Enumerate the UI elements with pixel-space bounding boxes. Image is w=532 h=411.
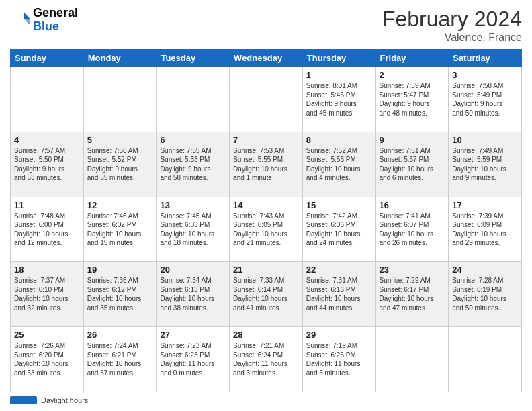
daylight-bar-icon xyxy=(10,396,37,404)
day-number: 4 xyxy=(14,135,80,145)
day-info: Sunrise: 7:49 AM Sunset: 5:59 PM Dayligh… xyxy=(452,146,518,183)
calendar-cell: 18Sunrise: 7:37 AM Sunset: 6:10 PM Dayli… xyxy=(11,262,84,327)
calendar-cell: 13Sunrise: 7:45 AM Sunset: 6:03 PM Dayli… xyxy=(157,197,230,262)
day-number: 21 xyxy=(233,265,299,275)
day-info: Sunrise: 7:57 AM Sunset: 5:50 PM Dayligh… xyxy=(14,146,80,183)
day-number: 20 xyxy=(160,265,226,275)
day-info: Sunrise: 7:43 AM Sunset: 6:05 PM Dayligh… xyxy=(233,212,299,248)
day-number: 10 xyxy=(452,135,518,145)
day-info: Sunrise: 7:48 AM Sunset: 6:00 PM Dayligh… xyxy=(14,212,80,248)
calendar-cell xyxy=(230,67,303,132)
calendar-cell: 6Sunrise: 7:55 AM Sunset: 5:53 PM Daylig… xyxy=(157,132,230,197)
day-number: 8 xyxy=(306,135,372,145)
day-number: 2 xyxy=(380,70,445,80)
day-info: Sunrise: 7:39 AM Sunset: 6:09 PM Dayligh… xyxy=(452,212,518,248)
calendar-cell: 2Sunrise: 7:59 AM Sunset: 5:47 PM Daylig… xyxy=(375,67,449,132)
day-info: Sunrise: 7:28 AM Sunset: 6:19 PM Dayligh… xyxy=(452,276,518,312)
day-number: 19 xyxy=(87,265,153,275)
day-number: 29 xyxy=(306,330,372,340)
calendar-cell: 29Sunrise: 7:19 AM Sunset: 6:26 PM Dayli… xyxy=(302,327,375,392)
calendar-cell xyxy=(83,67,157,132)
day-info: Sunrise: 7:19 AM Sunset: 6:26 PM Dayligh… xyxy=(306,341,372,377)
calendar-cell: 25Sunrise: 7:26 AM Sunset: 6:20 PM Dayli… xyxy=(11,327,84,392)
day-info: Sunrise: 7:56 AM Sunset: 5:52 PM Dayligh… xyxy=(87,146,153,183)
daylight-label: Daylight hours xyxy=(41,396,88,404)
day-number: 12 xyxy=(87,200,153,210)
day-info: Sunrise: 7:23 AM Sunset: 6:23 PM Dayligh… xyxy=(160,341,226,377)
day-info: Sunrise: 7:46 AM Sunset: 6:02 PM Dayligh… xyxy=(87,212,153,248)
dow-header: Wednesday xyxy=(230,50,303,67)
footer: Daylight hours xyxy=(10,396,522,404)
location: Valence, France xyxy=(382,32,522,44)
day-info: Sunrise: 7:45 AM Sunset: 6:03 PM Dayligh… xyxy=(160,212,226,248)
day-number: 17 xyxy=(452,200,518,210)
day-info: Sunrise: 7:31 AM Sunset: 6:16 PM Dayligh… xyxy=(306,276,372,312)
calendar-cell: 12Sunrise: 7:46 AM Sunset: 6:02 PM Dayli… xyxy=(83,197,157,262)
day-info: Sunrise: 7:52 AM Sunset: 5:56 PM Dayligh… xyxy=(306,146,372,183)
calendar-cell xyxy=(375,327,449,392)
day-number: 6 xyxy=(160,135,226,145)
calendar-cell: 1Sunrise: 8:01 AM Sunset: 5:46 PM Daylig… xyxy=(302,67,375,132)
day-number: 11 xyxy=(14,200,80,210)
calendar-cell: 3Sunrise: 7:58 AM Sunset: 5:49 PM Daylig… xyxy=(449,67,522,132)
calendar-cell: 19Sunrise: 7:36 AM Sunset: 6:12 PM Dayli… xyxy=(83,262,157,327)
day-number: 5 xyxy=(87,135,153,145)
day-info: Sunrise: 7:58 AM Sunset: 5:49 PM Dayligh… xyxy=(452,81,518,118)
day-info: Sunrise: 7:37 AM Sunset: 6:10 PM Dayligh… xyxy=(14,276,80,312)
day-info: Sunrise: 7:26 AM Sunset: 6:20 PM Dayligh… xyxy=(14,341,80,377)
dow-header: Sunday xyxy=(11,50,84,67)
logo: General Blue xyxy=(10,7,78,34)
logo-icon xyxy=(10,10,30,30)
day-number: 18 xyxy=(14,265,80,275)
day-info: Sunrise: 7:51 AM Sunset: 5:57 PM Dayligh… xyxy=(380,146,445,183)
day-info: Sunrise: 7:41 AM Sunset: 6:07 PM Dayligh… xyxy=(380,212,445,248)
calendar-cell: 11Sunrise: 7:48 AM Sunset: 6:00 PM Dayli… xyxy=(11,197,84,262)
calendar-cell: 5Sunrise: 7:56 AM Sunset: 5:52 PM Daylig… xyxy=(83,132,157,197)
logo-blue: Blue xyxy=(33,19,59,33)
day-number: 26 xyxy=(87,330,153,340)
day-number: 13 xyxy=(160,200,226,210)
calendar-cell: 22Sunrise: 7:31 AM Sunset: 6:16 PM Dayli… xyxy=(302,262,375,327)
calendar-cell: 9Sunrise: 7:51 AM Sunset: 5:57 PM Daylig… xyxy=(375,132,449,197)
calendar-cell: 24Sunrise: 7:28 AM Sunset: 6:19 PM Dayli… xyxy=(449,262,522,327)
day-number: 1 xyxy=(306,70,372,80)
day-info: Sunrise: 7:36 AM Sunset: 6:12 PM Dayligh… xyxy=(87,276,153,312)
svg-marker-0 xyxy=(24,13,30,19)
dow-header: Thursday xyxy=(302,50,375,67)
calendar-cell: 26Sunrise: 7:24 AM Sunset: 6:21 PM Dayli… xyxy=(83,327,157,392)
month-title: February 2024 xyxy=(382,7,522,32)
calendar-cell: 10Sunrise: 7:49 AM Sunset: 5:59 PM Dayli… xyxy=(449,132,522,197)
day-info: Sunrise: 7:33 AM Sunset: 6:14 PM Dayligh… xyxy=(233,276,299,312)
calendar-cell: 20Sunrise: 7:34 AM Sunset: 6:13 PM Dayli… xyxy=(157,262,230,327)
day-info: Sunrise: 7:21 AM Sunset: 6:24 PM Dayligh… xyxy=(233,341,299,377)
calendar-cell: 8Sunrise: 7:52 AM Sunset: 5:56 PM Daylig… xyxy=(302,132,375,197)
page: General Blue February 2024 Valence, Fran… xyxy=(0,0,532,411)
calendar-cell: 16Sunrise: 7:41 AM Sunset: 6:07 PM Dayli… xyxy=(375,197,449,262)
dow-header: Friday xyxy=(375,50,449,67)
title-block: February 2024 Valence, France xyxy=(382,7,522,44)
dow-header: Monday xyxy=(83,50,157,67)
calendar-cell: 27Sunrise: 7:23 AM Sunset: 6:23 PM Dayli… xyxy=(157,327,230,392)
calendar-cell xyxy=(449,327,522,392)
day-info: Sunrise: 7:53 AM Sunset: 5:55 PM Dayligh… xyxy=(233,146,299,183)
day-number: 3 xyxy=(452,70,518,80)
day-info: Sunrise: 7:34 AM Sunset: 6:13 PM Dayligh… xyxy=(160,276,226,312)
svg-marker-1 xyxy=(24,19,30,25)
dow-header: Tuesday xyxy=(157,50,230,67)
calendar-cell xyxy=(157,67,230,132)
calendar-cell: 21Sunrise: 7:33 AM Sunset: 6:14 PM Dayli… xyxy=(230,262,303,327)
calendar-cell: 28Sunrise: 7:21 AM Sunset: 6:24 PM Dayli… xyxy=(230,327,303,392)
calendar-cell: 17Sunrise: 7:39 AM Sunset: 6:09 PM Dayli… xyxy=(449,197,522,262)
day-number: 23 xyxy=(380,265,445,275)
calendar-cell: 14Sunrise: 7:43 AM Sunset: 6:05 PM Dayli… xyxy=(230,197,303,262)
calendar-cell xyxy=(11,67,84,132)
calendar-cell: 4Sunrise: 7:57 AM Sunset: 5:50 PM Daylig… xyxy=(11,132,84,197)
day-number: 16 xyxy=(380,200,445,210)
calendar-cell: 15Sunrise: 7:42 AM Sunset: 6:06 PM Dayli… xyxy=(302,197,375,262)
day-number: 9 xyxy=(380,135,445,145)
day-number: 24 xyxy=(452,265,518,275)
calendar-cell: 7Sunrise: 7:53 AM Sunset: 5:55 PM Daylig… xyxy=(230,132,303,197)
day-info: Sunrise: 7:59 AM Sunset: 5:47 PM Dayligh… xyxy=(380,81,445,118)
header: General Blue February 2024 Valence, Fran… xyxy=(10,7,522,44)
day-number: 14 xyxy=(233,200,299,210)
